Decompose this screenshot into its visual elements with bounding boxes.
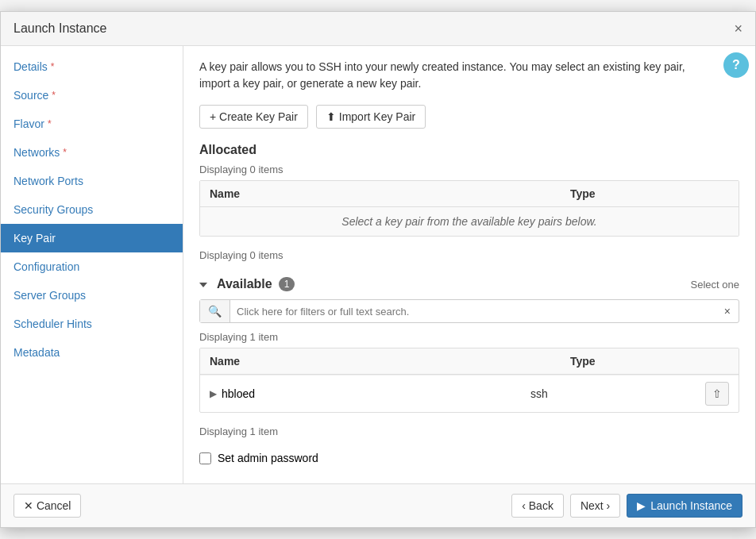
back-button[interactable]: ‹ Back bbox=[511, 494, 564, 518]
sidebar-item-server-groups[interactable]: Server Groups bbox=[1, 281, 183, 310]
available-section: Available 1 Select one 🔍 × Displaying 1 … bbox=[199, 277, 739, 437]
sidebar-item-flavor[interactable]: Flavor * bbox=[1, 110, 183, 138]
create-key-pair-button[interactable]: + Create Key Pair bbox=[199, 105, 308, 129]
sidebar-item-key-pair[interactable]: Key Pair bbox=[1, 224, 183, 252]
row-type-col: ssh bbox=[530, 387, 689, 400]
sidebar-item-label: Key Pair bbox=[14, 232, 56, 244]
available-title-group[interactable]: Available 1 bbox=[199, 277, 295, 291]
sidebar-item-label: Security Groups bbox=[14, 203, 93, 216]
table-row: ▶ hbloed ssh ⇧ bbox=[200, 375, 739, 412]
sidebar-item-label: Metadata bbox=[14, 346, 60, 359]
launch-instance-label: Launch Instance bbox=[650, 499, 732, 512]
search-icon-button[interactable]: 🔍 bbox=[200, 300, 230, 322]
available-table-header: Name Type bbox=[200, 348, 739, 375]
available-displaying-count-above: Displaying 1 item bbox=[199, 331, 739, 343]
sidebar-item-label: Server Groups bbox=[14, 289, 86, 302]
cancel-button[interactable]: ✕ Cancel bbox=[14, 494, 81, 518]
sidebar-item-configuration[interactable]: Configuration bbox=[1, 252, 183, 281]
modal-body: Details * Source * Flavor * Networks * N… bbox=[1, 46, 755, 483]
sidebar-item-metadata[interactable]: Metadata bbox=[1, 338, 183, 367]
import-key-pair-button[interactable]: ⬆ Import Key Pair bbox=[316, 105, 426, 129]
help-icon: ? bbox=[732, 58, 740, 72]
set-admin-password-section: Set admin password bbox=[199, 445, 739, 471]
required-indicator: * bbox=[63, 147, 67, 158]
row-type-text: ssh bbox=[530, 387, 548, 400]
sidebar-item-details[interactable]: Details * bbox=[1, 52, 183, 81]
allocated-col-name: Name bbox=[210, 187, 570, 200]
next-button[interactable]: Next › bbox=[570, 494, 620, 518]
upload-icon: ⇧ bbox=[712, 387, 722, 400]
allocated-displaying-count-below: Displaying 0 items bbox=[199, 249, 739, 261]
search-bar: 🔍 × bbox=[199, 299, 739, 323]
row-name-text: hbloed bbox=[222, 387, 255, 400]
sidebar: Details * Source * Flavor * Networks * N… bbox=[1, 46, 183, 483]
sidebar-item-label: Networks bbox=[14, 146, 60, 159]
select-one-label: Select one bbox=[691, 279, 739, 291]
allocated-title: Allocated bbox=[199, 143, 739, 157]
chevron-down-icon bbox=[199, 277, 210, 291]
key-pair-actions: + Create Key Pair ⬆ Import Key Pair bbox=[199, 105, 739, 129]
search-input[interactable] bbox=[230, 301, 716, 322]
sidebar-item-label: Details bbox=[14, 60, 48, 73]
help-button[interactable]: ? bbox=[723, 52, 749, 78]
allocate-button[interactable]: ⇧ bbox=[705, 382, 729, 406]
sidebar-item-label: Configuration bbox=[14, 260, 79, 273]
sidebar-item-label: Scheduler Hints bbox=[14, 318, 92, 330]
modal-title: Launch Instance bbox=[14, 21, 106, 36]
row-name-col: ▶ hbloed bbox=[210, 387, 530, 400]
search-clear-button[interactable]: × bbox=[716, 300, 739, 322]
sidebar-item-scheduler-hints[interactable]: Scheduler Hints bbox=[1, 310, 183, 338]
set-admin-password-label: Set admin password bbox=[218, 452, 318, 464]
allocated-table-header: Name Type bbox=[200, 181, 739, 207]
available-col-type: Type bbox=[570, 355, 729, 368]
sidebar-item-source[interactable]: Source * bbox=[1, 81, 183, 110]
clear-icon: × bbox=[724, 305, 731, 318]
sidebar-item-label: Network Ports bbox=[14, 175, 83, 187]
modal-header: Launch Instance × bbox=[1, 12, 755, 46]
required-indicator: * bbox=[48, 118, 52, 129]
allocated-empty-message: Select a key pair from the available key… bbox=[200, 207, 739, 236]
available-title-text: Available bbox=[217, 277, 272, 291]
footer-right: ‹ Back Next › ▶ Launch Instance bbox=[511, 494, 742, 518]
launch-instance-button[interactable]: ▶ Launch Instance bbox=[627, 494, 742, 518]
available-col-name: Name bbox=[210, 355, 570, 368]
allocated-displaying-count: Displaying 0 items bbox=[199, 164, 739, 175]
modal-footer: ✕ Cancel ‹ Back Next › ▶ Launch Instance bbox=[1, 483, 755, 527]
search-icon: 🔍 bbox=[208, 305, 222, 318]
required-indicator: * bbox=[51, 61, 55, 72]
rocket-icon: ▶ bbox=[637, 499, 646, 512]
allocated-col-type: Type bbox=[570, 187, 729, 200]
available-badge: 1 bbox=[279, 277, 295, 291]
expand-icon[interactable]: ▶ bbox=[210, 388, 217, 399]
sidebar-item-label: Source bbox=[14, 89, 48, 102]
description-text: A key pair allows you to SSH into your n… bbox=[199, 59, 708, 92]
main-content: ? A key pair allows you to SSH into your… bbox=[183, 46, 755, 483]
sidebar-item-network-ports[interactable]: Network Ports bbox=[1, 167, 183, 195]
sidebar-item-networks[interactable]: Networks * bbox=[1, 138, 183, 167]
available-header: Available 1 Select one bbox=[199, 277, 739, 291]
sidebar-item-label: Flavor bbox=[14, 117, 44, 130]
sidebar-item-security-groups[interactable]: Security Groups bbox=[1, 195, 183, 224]
row-action-col: ⇧ bbox=[689, 382, 729, 406]
launch-instance-modal: Launch Instance × Details * Source * Fla… bbox=[0, 11, 756, 528]
available-table: Name Type ▶ hbloed ssh ⇧ bbox=[199, 348, 739, 413]
allocated-table: Name Type Select a key pair from the ava… bbox=[199, 180, 739, 237]
allocated-section: Allocated Displaying 0 items Name Type S… bbox=[199, 143, 739, 261]
close-button[interactable]: × bbox=[734, 21, 742, 36]
set-admin-password-checkbox[interactable] bbox=[199, 452, 211, 464]
available-displaying-count-below: Displaying 1 item bbox=[199, 425, 739, 437]
required-indicator: * bbox=[52, 90, 56, 101]
